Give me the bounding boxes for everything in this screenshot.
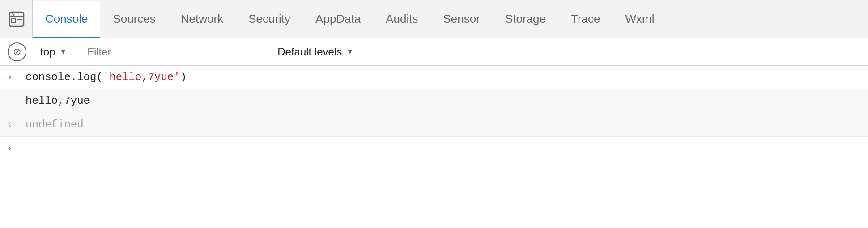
output-text: hello,7yue xyxy=(26,93,868,109)
tab-network[interactable]: Network xyxy=(168,1,236,38)
context-dropdown-arrow: ▼ xyxy=(60,48,67,56)
tab-bar: Console Sources Network Security AppData… xyxy=(0,0,868,38)
svg-rect-2 xyxy=(11,18,16,23)
tab-audits[interactable]: Audits xyxy=(373,1,430,38)
tab-storage[interactable]: Storage xyxy=(493,1,558,38)
console-row-output: hello,7yue xyxy=(0,89,868,113)
code-string: 'hello,7yue' xyxy=(103,71,180,83)
code-keyword: console.log( xyxy=(26,71,103,83)
levels-label: Default levels xyxy=(277,46,342,58)
tab-sensor[interactable]: Sensor xyxy=(431,1,493,38)
tab-security[interactable]: Security xyxy=(236,1,303,38)
toolbar: ⊘ top ▼ Default levels ▼ xyxy=(0,38,868,66)
filter-input[interactable] xyxy=(81,42,268,62)
result-arrow: ‹ xyxy=(0,117,26,132)
console-row-input: › console.log('hello,7yue') xyxy=(0,66,868,89)
levels-selector[interactable]: Default levels ▼ xyxy=(277,46,353,58)
toolbar-divider-2 xyxy=(76,44,76,60)
clear-console-button[interactable]: ⊘ xyxy=(8,42,26,61)
output-arrow-spacer xyxy=(0,93,26,94)
console-row-result: ‹ undefined xyxy=(0,113,868,137)
tab-trace[interactable]: Trace xyxy=(558,1,613,38)
input-content: console.log('hello,7yue') xyxy=(26,69,868,85)
context-value: top xyxy=(40,46,55,58)
cursor xyxy=(26,142,26,154)
context-selector[interactable]: top ▼ xyxy=(36,46,71,58)
tab-sources[interactable]: Sources xyxy=(100,1,168,38)
input-arrow: › xyxy=(0,69,26,85)
console-content: › console.log('hello,7yue') hello,7yue ‹… xyxy=(0,66,868,228)
prompt-arrow: › xyxy=(0,140,26,156)
tabs-list: Console Sources Network Security AppData… xyxy=(33,0,868,38)
devtools-logo xyxy=(0,0,33,38)
tab-appdata[interactable]: AppData xyxy=(303,1,373,38)
tab-console[interactable]: Console xyxy=(33,1,100,38)
prompt-content[interactable] xyxy=(26,140,868,156)
levels-dropdown-arrow: ▼ xyxy=(346,48,353,56)
result-undefined: undefined xyxy=(26,117,868,133)
toolbar-divider xyxy=(31,44,31,60)
tab-wxml[interactable]: Wxml xyxy=(613,1,667,38)
devtools-container: Console Sources Network Security AppData… xyxy=(0,0,868,228)
console-row-prompt[interactable]: › xyxy=(0,137,868,160)
code-close-paren: ) xyxy=(180,71,187,83)
